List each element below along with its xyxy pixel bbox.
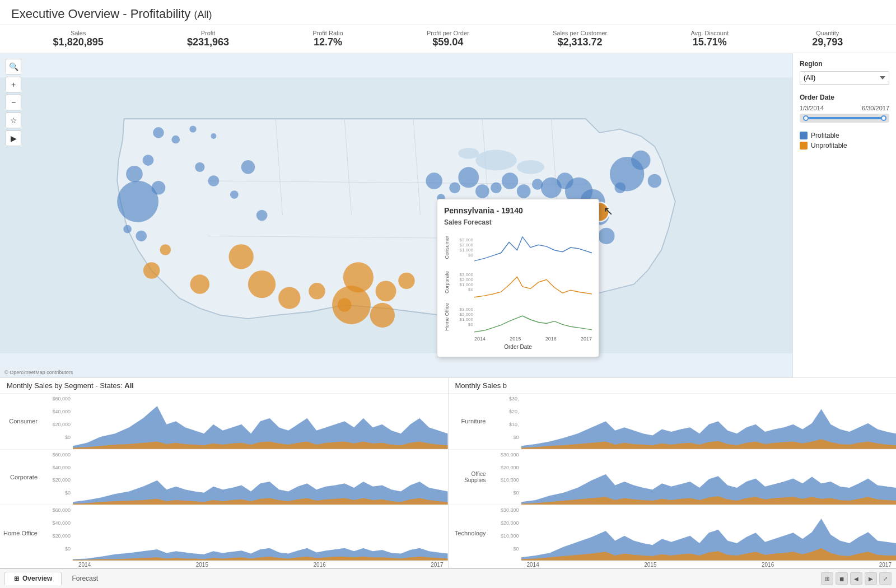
svg-text:↖: ↖ <box>603 204 613 218</box>
svg-point-55 <box>211 133 217 139</box>
svg-point-2 <box>517 160 544 174</box>
right-chart-rows: Furniture $30,$20,$10,$0 <box>449 393 897 561</box>
svg-point-20 <box>309 283 325 300</box>
region-section: Region (All) <box>800 60 889 85</box>
consumer-label: Consumer <box>0 394 42 449</box>
kpi-sales: Sales$1,820,895 <box>53 30 104 48</box>
svg-point-16 <box>229 244 254 269</box>
search-button[interactable]: 🔍 <box>6 59 21 74</box>
tab-forecast[interactable]: Forecast <box>63 572 107 585</box>
svg-point-56 <box>332 286 371 324</box>
tooltip-consumer-chart <box>474 231 592 264</box>
unprofitable-color-swatch <box>800 142 808 150</box>
maximize-button[interactable]: ⤢ <box>879 572 892 585</box>
technology-label: Technology <box>449 505 491 561</box>
svg-point-3 <box>458 148 479 159</box>
svg-point-18 <box>248 270 276 298</box>
svg-point-7 <box>152 181 166 195</box>
charts-section: Monthly Sales by Segment - States: All C… <box>0 377 896 568</box>
range-right-thumb[interactable] <box>881 115 886 121</box>
star-button[interactable]: ☆ <box>6 113 21 128</box>
grid-view-button[interactable]: ⊞ <box>821 572 833 585</box>
tooltip-chart: Consumer $3,000$2,000$1,000$0 <box>444 231 592 350</box>
svg-point-17 <box>190 274 209 293</box>
svg-point-8 <box>123 225 132 234</box>
technology-chart-content <box>521 505 897 561</box>
region-select[interactable]: (All) <box>800 71 889 85</box>
homeoffice-label: Home Office <box>0 505 42 561</box>
tooltip-x-axis: 2014201520162017 <box>444 335 592 342</box>
svg-point-52 <box>153 127 164 138</box>
map-svg: ↖ <box>0 53 792 377</box>
overview-tab-icon: ⊞ <box>14 575 19 582</box>
date-range-slider[interactable] <box>800 114 889 123</box>
kpi-profit-per-order: Profit per Order$59.04 <box>427 30 469 48</box>
svg-point-15 <box>143 262 160 279</box>
zoom-out-button[interactable]: − <box>6 95 21 110</box>
map-attribution: © OpenStreetMap contributors <box>4 370 73 375</box>
tooltip-chart-title: Sales Forecast <box>444 218 592 226</box>
svg-point-1 <box>475 150 517 171</box>
svg-point-14 <box>256 210 268 221</box>
kpi-profit-ratio: Profit Ratio12.7% <box>312 30 343 48</box>
map-controls: 🔍 + − ☆ ▶ <box>6 59 21 146</box>
furniture-chart-content <box>521 394 897 449</box>
svg-point-9 <box>136 231 147 242</box>
officesupplies-label: OfficeSupplies <box>449 450 491 505</box>
prev-button[interactable]: ◀ <box>850 572 862 585</box>
tooltip-homeoffice-label: Home Office <box>444 303 453 331</box>
svg-point-19 <box>278 287 300 309</box>
officesupplies-chart-content <box>521 450 897 505</box>
officesupplies-y-axis: $30,000$20,000$10,000$0 <box>491 450 521 505</box>
unprofitable-label: Unprofitable <box>811 142 847 150</box>
svg-point-44 <box>458 167 479 188</box>
svg-point-45 <box>475 184 489 198</box>
svg-point-54 <box>189 126 196 133</box>
svg-point-13 <box>195 162 204 172</box>
consumer-chart-content <box>73 394 448 449</box>
officesupplies-chart-row: OfficeSupplies $30,000$20,000$10,000$0 <box>449 449 897 505</box>
zoom-in-button[interactable]: + <box>6 77 21 92</box>
range-left-thumb[interactable] <box>803 115 809 121</box>
tooltip-consumer-label: Consumer <box>444 236 453 259</box>
tooltip: Pennsylvania - 19140 Sales Forecast Cons… <box>437 199 599 357</box>
svg-point-57 <box>370 303 395 328</box>
technology-y-axis: $30,000$20,000$10,000$0 <box>491 505 521 561</box>
profitable-label: Profitable <box>811 132 839 139</box>
forecast-tab-label: Forecast <box>72 575 98 582</box>
svg-point-23 <box>376 281 396 301</box>
tooltip-corporate-y: $3,000$2,000$1,000$0 <box>453 272 474 292</box>
kpi-sales-per-customer: Sales per Customer$2,313.72 <box>553 30 607 48</box>
corporate-label: Corporate <box>0 450 42 505</box>
svg-point-5 <box>126 166 143 183</box>
play-button[interactable]: ▶ <box>6 130 21 146</box>
corporate-y-axis: $60,000$40,000$20,000$0 <box>42 450 73 505</box>
svg-point-42 <box>426 172 442 189</box>
left-chart-title: Monthly Sales by Segment - States: All <box>0 378 448 393</box>
svg-point-6 <box>143 155 154 166</box>
svg-point-28 <box>517 184 531 198</box>
tooltip-consumer-y: $3,000$2,000$1,000$0 <box>453 237 474 258</box>
svg-point-53 <box>171 136 180 144</box>
profitable-color-swatch <box>800 132 808 139</box>
kpi-quantity: Quantity29,793 <box>812 30 843 48</box>
svg-point-11 <box>230 190 239 199</box>
tooltip-homeoffice-y: $3,000$2,000$1,000$0 <box>453 307 474 327</box>
square-view-button[interactable]: ◼ <box>836 572 848 585</box>
right-chart-title: Monthly Sales b <box>449 378 897 393</box>
tab-overview[interactable]: ⊞ Overview <box>4 572 62 585</box>
kpi-profit: Profit$231,963 <box>187 30 229 48</box>
order-date-label: Order Date <box>800 94 889 101</box>
tooltip-title: Pennsylvania - 19140 <box>444 206 592 215</box>
tab-bar: ⊞ Overview Forecast ⊞ ◼ ◀ ▶ ⤢ <box>0 568 896 588</box>
consumer-y-axis: $60,000$40,000$20,000$0 <box>42 394 73 449</box>
corporate-chart-content <box>73 450 448 505</box>
homeoffice-y-axis: $60,000$40,000$20,000$0 <box>42 505 73 561</box>
svg-point-26 <box>491 182 502 193</box>
right-panel: Region (All) Order Date 1/3/2014 6/30/20… <box>792 53 896 377</box>
next-button[interactable]: ▶ <box>865 572 877 585</box>
page-title: Executive Overview - Profitability (All) <box>11 7 885 21</box>
right-x-axis: 2014201520162017 <box>449 561 897 568</box>
tooltip-homeoffice-chart <box>474 300 592 334</box>
homeoffice-chart-row: Home Office $60,000$40,000$20,000$0 <box>0 505 448 561</box>
